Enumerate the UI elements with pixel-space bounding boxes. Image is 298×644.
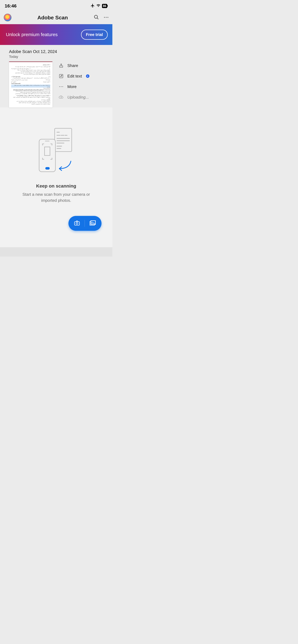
app-bar: Adobe Scan (0, 11, 112, 24)
svg-point-3 (106, 17, 107, 18)
document-title: Adobe Scan Oct 12, 2024 (9, 49, 112, 54)
svg-point-4 (107, 17, 108, 18)
camera-scan-button[interactable] (74, 220, 80, 226)
more-actions-button[interactable]: More (59, 84, 89, 89)
premium-banner-text: Unlock premium features (6, 32, 58, 37)
premium-star-icon: ★ (86, 74, 89, 78)
svg-rect-6 (59, 74, 63, 78)
more-label: More (67, 84, 77, 89)
svg-point-8 (61, 86, 62, 87)
edit-text-button[interactable]: Edit text ★ (59, 74, 89, 78)
import-photo-button[interactable] (89, 220, 96, 226)
svg-rect-23 (45, 167, 50, 170)
upload-status-label: Uploading... (67, 95, 89, 100)
user-avatar[interactable] (4, 14, 12, 22)
battery-indicator: 86 (102, 4, 108, 8)
cloud-upload-icon (59, 95, 64, 100)
svg-point-0 (94, 15, 97, 18)
status-icons: 86 (90, 4, 108, 8)
svg-line-1 (97, 18, 98, 19)
upload-status: Uploading... (59, 95, 89, 100)
svg-point-29 (92, 222, 92, 222)
app-title: Adobe Scan (12, 14, 94, 20)
battery-level: 86 (102, 4, 107, 8)
status-bar: 16:46 86 (0, 0, 112, 11)
share-label: Share (67, 63, 78, 68)
edit-icon (59, 74, 64, 78)
share-button[interactable]: Share (59, 63, 89, 68)
wifi-icon (96, 4, 100, 8)
edit-text-label: Edit text (67, 74, 82, 78)
more-options-icon[interactable] (104, 16, 109, 19)
status-time: 16:46 (5, 3, 17, 8)
bottom-spacer (0, 247, 112, 256)
svg-rect-24 (75, 222, 79, 225)
svg-point-7 (59, 86, 60, 87)
svg-point-9 (62, 86, 63, 87)
document-date: Today (9, 55, 112, 59)
more-horizontal-icon (59, 84, 64, 89)
recent-scans-section: Adobe Scan Oct 12, 2024 Today ⬚ خانه معم… (0, 45, 112, 108)
scan-illustration (6, 126, 106, 174)
scan-fab-container (6, 204, 106, 238)
document-thumbnail[interactable]: ⬚ خانه معمـاران کلید آزمون نظارت، نوبت ۱… (9, 62, 52, 108)
premium-banner: Unlock premium features Free trial (0, 24, 112, 45)
svg-point-2 (104, 17, 105, 18)
empty-state: Keep on scanning Start a new scan from y… (0, 108, 112, 247)
airplane-mode-icon (90, 4, 95, 8)
empty-state-subtitle: Start a new scan from your camera or imp… (16, 192, 97, 204)
svg-point-25 (76, 222, 78, 224)
empty-state-title: Keep on scanning (6, 183, 106, 189)
share-icon (59, 63, 64, 68)
search-icon[interactable] (94, 14, 99, 20)
free-trial-button[interactable]: Free trial (81, 30, 108, 40)
